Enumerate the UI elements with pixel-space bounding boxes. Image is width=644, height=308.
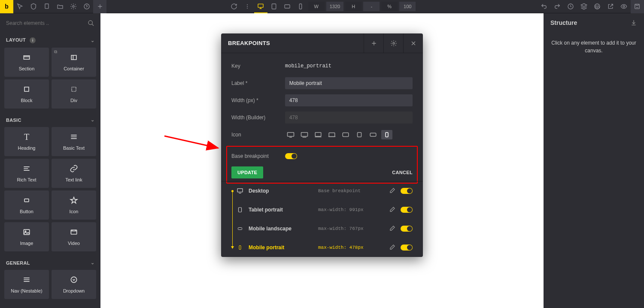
width-label: W	[308, 2, 325, 11]
dots-icon[interactable]	[241, 0, 254, 13]
redo-icon[interactable]	[551, 0, 564, 13]
shield-icon[interactable]	[27, 0, 40, 13]
section-header-layout[interactable]: LAYOUT i ⌄	[0, 33, 100, 48]
element-rich-text[interactable]: Rich Text	[4, 159, 49, 188]
svg-rect-24	[288, 133, 294, 136]
breakpoint-row-mobile-landscape[interactable]: Mobile landscape max-width: 767px	[221, 219, 423, 238]
tablet-landscape-icon[interactable]	[281, 0, 294, 13]
device-icon-option-5[interactable]	[340, 130, 351, 139]
label-input[interactable]	[285, 77, 413, 89]
width-value[interactable]: 1320	[326, 2, 343, 11]
element-div[interactable]: Div	[52, 79, 96, 109]
svg-rect-6	[258, 4, 263, 7]
edit-icon[interactable]	[389, 244, 395, 251]
element-container[interactable]: ⧉Container	[52, 48, 96, 77]
element-label: Image	[20, 241, 33, 246]
element-label: Rich Text	[17, 177, 36, 182]
device-icon-option-7[interactable]	[368, 130, 379, 139]
add-breakpoint-button[interactable]	[364, 33, 383, 53]
update-button[interactable]: UPDATE	[231, 166, 263, 178]
help-icon[interactable]	[80, 0, 93, 13]
element-label: Block	[21, 98, 33, 103]
history-icon[interactable]	[564, 0, 577, 13]
element-label: Text link	[65, 177, 82, 182]
section-header-basic[interactable]: BASIC ⌄	[0, 113, 100, 127]
gear-icon[interactable]	[67, 0, 80, 13]
modal-title: BREAKPOINTS	[228, 40, 270, 46]
sync-icon[interactable]	[228, 0, 241, 13]
element-text-link[interactable]: Text link	[52, 159, 96, 188]
undo-icon[interactable]	[538, 0, 551, 13]
device-icon-option-8[interactable]	[381, 130, 392, 139]
download-icon[interactable]	[630, 19, 637, 26]
element-video[interactable]: Video	[52, 222, 96, 251]
svg-rect-29	[358, 133, 361, 137]
edit-icon[interactable]	[389, 187, 395, 194]
device-icon-option-6[interactable]	[354, 130, 365, 139]
element-label: Icon	[70, 209, 79, 214]
device-icon-option-2[interactable]	[299, 130, 310, 139]
edit-icon[interactable]	[389, 225, 395, 232]
breakpoint-name: Mobile portrait	[249, 245, 313, 251]
element-button[interactable]: Button	[4, 190, 49, 220]
height-value[interactable]: -	[363, 2, 380, 11]
breakpoint-toggle[interactable]	[401, 226, 413, 232]
breakpoint-name: Mobile landscape	[249, 226, 313, 232]
structure-message: Click on any element to add it to your c…	[544, 32, 644, 61]
desktop-device-icon[interactable]	[254, 0, 267, 13]
folder-icon[interactable]	[53, 0, 67, 13]
width-builder-input[interactable]	[285, 112, 413, 124]
breakpoint-media: max-width: 767px	[318, 226, 383, 231]
breakpoint-list: Desktop Base breakpoint Tablet portrait …	[221, 181, 423, 257]
chevron-down-icon: ⌄	[91, 38, 94, 43]
tablet-device-icon[interactable]	[267, 0, 281, 13]
cancel-button[interactable]: CANCEL	[392, 170, 413, 175]
element-block[interactable]: Block	[4, 79, 49, 109]
base-breakpoint-toggle[interactable]	[285, 153, 297, 159]
settings-button[interactable]	[383, 33, 403, 53]
external-link-icon[interactable]	[604, 0, 617, 13]
element-dropdown[interactable]: Dropdown	[52, 270, 96, 299]
breakpoint-toggle[interactable]	[401, 188, 413, 194]
add-icon[interactable]	[93, 0, 106, 13]
breakpoints-modal: BREAKPOINTS Key mobile_portrait Label * …	[221, 33, 423, 257]
cursor-icon[interactable]	[13, 0, 27, 13]
element-heading[interactable]: THeading	[4, 127, 49, 156]
chevron-down-icon: ⌄	[91, 260, 94, 266]
breakpoint-row-desktop[interactable]: Desktop Base breakpoint	[221, 181, 423, 200]
mobile-device-icon[interactable]	[294, 0, 307, 13]
edit-icon[interactable]	[389, 206, 395, 213]
tablet-icon	[237, 206, 243, 213]
wordpress-icon[interactable]	[591, 0, 604, 13]
layers-icon[interactable]	[577, 0, 591, 13]
svg-rect-27	[329, 133, 335, 137]
breakpoint-row-tablet[interactable]: Tablet portrait max-width: 991px	[221, 200, 423, 219]
svg-point-1	[73, 6, 74, 7]
section-header-general[interactable]: GENERAL ⌄	[0, 256, 100, 270]
device-icon-option-1[interactable]	[285, 130, 296, 139]
pages-icon[interactable]	[40, 0, 53, 13]
breakpoint-toggle[interactable]	[401, 245, 413, 251]
device-icon-option-3[interactable]	[313, 130, 324, 139]
element-nav-nestable[interactable]: Nav (Nestable)	[4, 270, 49, 299]
structure-panel: Structure Click on any element to add it…	[544, 13, 644, 308]
svg-rect-32	[237, 189, 243, 192]
width-input[interactable]	[285, 94, 413, 106]
breakpoint-row-mobile-portrait[interactable]: Mobile portrait max-width: 478px	[221, 238, 423, 257]
breakpoint-media: max-width: 991px	[318, 207, 383, 212]
close-button[interactable]	[403, 33, 423, 53]
eye-icon[interactable]	[617, 0, 631, 13]
breakpoint-name: Desktop	[249, 188, 313, 194]
device-icon-option-4[interactable]	[326, 130, 337, 139]
element-image[interactable]: Image	[4, 222, 49, 251]
element-icon[interactable]: Icon	[52, 190, 96, 220]
svg-rect-16	[24, 87, 29, 91]
breakpoint-toggle[interactable]	[401, 207, 413, 213]
svg-point-11	[623, 6, 625, 7]
search-input[interactable]	[6, 20, 88, 26]
save-icon[interactable]	[631, 0, 644, 13]
zoom-value[interactable]: 100	[399, 2, 416, 11]
element-section[interactable]: Section	[4, 48, 49, 77]
element-basic-text[interactable]: Basic Text	[52, 127, 96, 156]
breakpoint-name: Tablet portrait	[249, 207, 313, 213]
